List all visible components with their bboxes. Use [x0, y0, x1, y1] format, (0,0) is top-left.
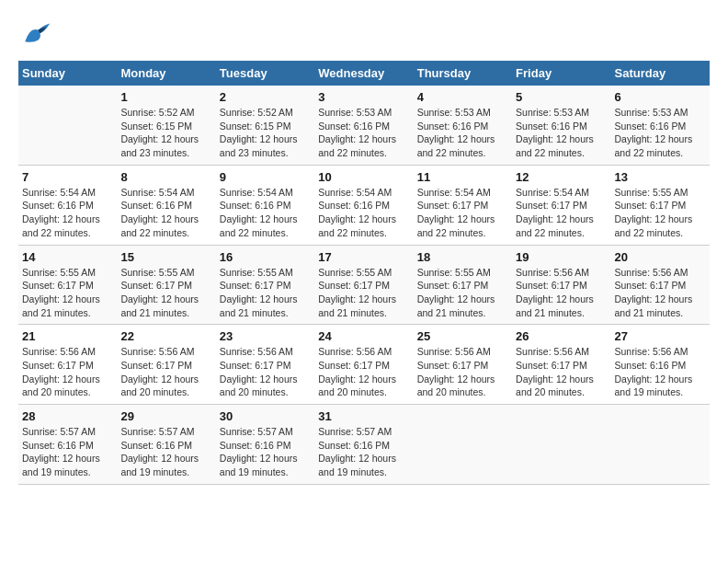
calendar-cell: 15Sunrise: 5:55 AMSunset: 6:17 PMDayligh…: [117, 245, 215, 325]
calendar-cell: 2Sunrise: 5:52 AMSunset: 6:15 PMDaylight…: [216, 86, 314, 165]
day-info: Sunrise: 5:56 AMSunset: 6:17 PMDaylight:…: [120, 345, 211, 399]
calendar-cell: 9Sunrise: 5:54 AMSunset: 6:16 PMDaylight…: [216, 165, 314, 245]
day-number: 1: [120, 90, 211, 104]
day-number: 19: [516, 250, 607, 264]
day-number: 23: [220, 329, 311, 343]
day-number: 26: [516, 329, 607, 343]
day-info: Sunrise: 5:56 AMSunset: 6:17 PMDaylight:…: [220, 345, 311, 399]
day-info: Sunrise: 5:53 AMSunset: 6:16 PMDaylight:…: [417, 106, 508, 160]
calendar-cell: 7Sunrise: 5:54 AMSunset: 6:16 PMDaylight…: [18, 165, 117, 245]
day-info: Sunrise: 5:54 AMSunset: 6:16 PMDaylight:…: [22, 186, 113, 240]
calendar-cell: 21Sunrise: 5:56 AMSunset: 6:17 PMDayligh…: [18, 325, 117, 405]
header-day-sunday: Sunday: [18, 61, 117, 86]
logo-bird-icon: [18, 18, 51, 52]
calendar-cell: 18Sunrise: 5:55 AMSunset: 6:17 PMDayligh…: [414, 245, 512, 325]
day-info: Sunrise: 5:57 AMSunset: 6:16 PMDaylight:…: [318, 425, 409, 479]
header-day-tuesday: Tuesday: [216, 61, 314, 86]
calendar-week-row: 14Sunrise: 5:55 AMSunset: 6:17 PMDayligh…: [18, 245, 710, 325]
day-info: Sunrise: 5:54 AMSunset: 6:16 PMDaylight:…: [220, 186, 311, 240]
calendar-cell: [512, 405, 610, 485]
calendar-week-row: 1Sunrise: 5:52 AMSunset: 6:15 PMDaylight…: [18, 86, 710, 165]
day-info: Sunrise: 5:53 AMSunset: 6:16 PMDaylight:…: [318, 106, 409, 160]
day-number: 31: [318, 409, 409, 423]
day-number: 14: [22, 250, 113, 264]
calendar-cell: 26Sunrise: 5:56 AMSunset: 6:17 PMDayligh…: [512, 325, 610, 405]
day-info: Sunrise: 5:55 AMSunset: 6:17 PMDaylight:…: [22, 266, 113, 320]
day-info: Sunrise: 5:52 AMSunset: 6:15 PMDaylight:…: [120, 106, 211, 160]
day-number: 25: [417, 329, 508, 343]
calendar-cell: 4Sunrise: 5:53 AMSunset: 6:16 PMDaylight…: [414, 86, 512, 165]
day-number: 9: [220, 170, 311, 184]
day-number: 29: [120, 409, 211, 423]
day-number: 28: [22, 409, 113, 423]
calendar-cell: [611, 405, 710, 485]
day-info: Sunrise: 5:55 AMSunset: 6:17 PMDaylight:…: [220, 266, 311, 320]
day-number: 6: [615, 90, 706, 104]
calendar-cell: [414, 405, 512, 485]
day-info: Sunrise: 5:53 AMSunset: 6:16 PMDaylight:…: [615, 106, 706, 160]
day-number: 5: [516, 90, 607, 104]
day-number: 18: [417, 250, 508, 264]
day-info: Sunrise: 5:54 AMSunset: 6:17 PMDaylight:…: [516, 186, 607, 240]
day-number: 2: [220, 90, 311, 104]
calendar-cell: 6Sunrise: 5:53 AMSunset: 6:16 PMDaylight…: [611, 86, 710, 165]
calendar-cell: 27Sunrise: 5:56 AMSunset: 6:16 PMDayligh…: [611, 325, 710, 405]
logo: [18, 18, 55, 52]
day-number: 15: [120, 250, 211, 264]
day-number: 4: [417, 90, 508, 104]
calendar-cell: 12Sunrise: 5:54 AMSunset: 6:17 PMDayligh…: [512, 165, 610, 245]
day-number: 22: [120, 329, 211, 343]
calendar-week-row: 7Sunrise: 5:54 AMSunset: 6:16 PMDaylight…: [18, 165, 710, 245]
calendar-cell: 5Sunrise: 5:53 AMSunset: 6:16 PMDaylight…: [512, 86, 610, 165]
day-number: 3: [318, 90, 409, 104]
day-info: Sunrise: 5:57 AMSunset: 6:16 PMDaylight:…: [120, 425, 211, 479]
day-number: 24: [318, 329, 409, 343]
calendar-cell: 13Sunrise: 5:55 AMSunset: 6:17 PMDayligh…: [611, 165, 710, 245]
day-info: Sunrise: 5:56 AMSunset: 6:17 PMDaylight:…: [615, 266, 706, 320]
day-info: Sunrise: 5:55 AMSunset: 6:17 PMDaylight:…: [318, 266, 409, 320]
header-day-saturday: Saturday: [611, 61, 710, 86]
day-info: Sunrise: 5:54 AMSunset: 6:16 PMDaylight:…: [318, 186, 409, 240]
calendar-cell: 30Sunrise: 5:57 AMSunset: 6:16 PMDayligh…: [216, 405, 314, 485]
day-number: 12: [516, 170, 607, 184]
calendar-cell: 10Sunrise: 5:54 AMSunset: 6:16 PMDayligh…: [314, 165, 413, 245]
calendar-cell: 17Sunrise: 5:55 AMSunset: 6:17 PMDayligh…: [314, 245, 413, 325]
day-info: Sunrise: 5:55 AMSunset: 6:17 PMDaylight:…: [120, 266, 211, 320]
day-info: Sunrise: 5:56 AMSunset: 6:16 PMDaylight:…: [615, 345, 706, 399]
day-info: Sunrise: 5:56 AMSunset: 6:17 PMDaylight:…: [22, 345, 113, 399]
day-number: 10: [318, 170, 409, 184]
header-day-wednesday: Wednesday: [314, 61, 413, 86]
header-day-thursday: Thursday: [414, 61, 512, 86]
day-info: Sunrise: 5:56 AMSunset: 6:17 PMDaylight:…: [516, 345, 607, 399]
day-info: Sunrise: 5:55 AMSunset: 6:17 PMDaylight:…: [417, 266, 508, 320]
day-info: Sunrise: 5:54 AMSunset: 6:17 PMDaylight:…: [417, 186, 508, 240]
calendar-cell: 31Sunrise: 5:57 AMSunset: 6:16 PMDayligh…: [314, 405, 413, 485]
day-info: Sunrise: 5:56 AMSunset: 6:17 PMDaylight:…: [417, 345, 508, 399]
day-info: Sunrise: 5:57 AMSunset: 6:16 PMDaylight:…: [220, 425, 311, 479]
header-day-monday: Monday: [117, 61, 215, 86]
page-header: [18, 18, 710, 52]
day-info: Sunrise: 5:52 AMSunset: 6:15 PMDaylight:…: [220, 106, 311, 160]
day-info: Sunrise: 5:53 AMSunset: 6:16 PMDaylight:…: [516, 106, 607, 160]
day-number: 16: [220, 250, 311, 264]
calendar-cell: 3Sunrise: 5:53 AMSunset: 6:16 PMDaylight…: [314, 86, 413, 165]
day-number: 11: [417, 170, 508, 184]
calendar-cell: 16Sunrise: 5:55 AMSunset: 6:17 PMDayligh…: [216, 245, 314, 325]
day-number: 21: [22, 329, 113, 343]
calendar-cell: [18, 86, 117, 165]
calendar-cell: 23Sunrise: 5:56 AMSunset: 6:17 PMDayligh…: [216, 325, 314, 405]
calendar-cell: 22Sunrise: 5:56 AMSunset: 6:17 PMDayligh…: [117, 325, 215, 405]
calendar-week-row: 21Sunrise: 5:56 AMSunset: 6:17 PMDayligh…: [18, 325, 710, 405]
day-info: Sunrise: 5:54 AMSunset: 6:16 PMDaylight:…: [120, 186, 211, 240]
calendar-cell: 1Sunrise: 5:52 AMSunset: 6:15 PMDaylight…: [117, 86, 215, 165]
day-number: 20: [615, 250, 706, 264]
day-number: 27: [615, 329, 706, 343]
day-info: Sunrise: 5:56 AMSunset: 6:17 PMDaylight:…: [516, 266, 607, 320]
header-day-friday: Friday: [512, 61, 610, 86]
calendar-cell: 25Sunrise: 5:56 AMSunset: 6:17 PMDayligh…: [414, 325, 512, 405]
day-number: 8: [120, 170, 211, 184]
calendar-cell: 24Sunrise: 5:56 AMSunset: 6:17 PMDayligh…: [314, 325, 413, 405]
day-info: Sunrise: 5:56 AMSunset: 6:17 PMDaylight:…: [318, 345, 409, 399]
day-number: 7: [22, 170, 113, 184]
day-number: 30: [220, 409, 311, 423]
